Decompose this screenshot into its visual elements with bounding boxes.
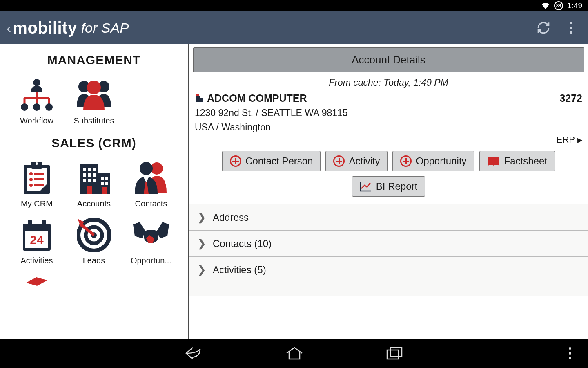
extra-row [8, 271, 180, 288]
calendar-icon: 24 [10, 217, 64, 254]
svg-rect-36 [101, 177, 104, 180]
sidebar-item-my-crm[interactable]: My CRM [8, 157, 65, 214]
management-grid: Workflow Substitutes [8, 74, 180, 131]
add-opportunity-button[interactable]: Opportunity [392, 151, 474, 171]
svg-rect-27 [83, 168, 86, 171]
add-contact-person-button[interactable]: Contact Person [222, 151, 321, 171]
account-id: 3272 [559, 92, 582, 104]
nav-home-icon[interactable] [285, 346, 304, 361]
sidebar-item-partial[interactable] [8, 271, 65, 288]
svg-rect-40 [87, 186, 92, 194]
svg-point-59 [569, 357, 571, 359]
svg-point-11 [45, 103, 53, 111]
svg-rect-41 [102, 187, 107, 194]
accordion: ❯ Address ❯ Contacts (10) ❯ Activities (… [189, 204, 588, 339]
accordion-item-address[interactable]: ❯ Address [189, 204, 588, 230]
app-title: mobility [13, 19, 77, 37]
refresh-icon[interactable] [533, 18, 554, 38]
svg-point-14 [87, 81, 101, 94]
svg-rect-32 [93, 173, 96, 177]
sidebar-item-contacts[interactable]: Contacts [122, 157, 180, 214]
sidebar-item-label: Opportun... [124, 256, 178, 265]
svg-point-57 [569, 347, 571, 350]
svg-rect-54 [196, 94, 199, 96]
building-icon [67, 160, 121, 197]
sidebar-item-substitutes[interactable]: Substitutes [65, 74, 122, 131]
erp-link[interactable]: ERP▶ [189, 133, 588, 145]
svg-rect-2 [570, 31, 572, 34]
accordion-item-contacts[interactable]: ❯ Contacts (10) [189, 230, 588, 256]
book-icon [10, 274, 64, 286]
android-nav-bar [0, 339, 588, 368]
app-subtitle: for SAP [81, 20, 129, 36]
battery-icon: 88 [554, 1, 563, 10]
svg-rect-29 [93, 168, 96, 171]
app-bar: ‹ mobility for SAP [0, 11, 588, 44]
svg-rect-52 [196, 96, 200, 102]
accordion-label: Contacts (10) [213, 238, 272, 249]
sidebar-item-label: My CRM [10, 199, 64, 209]
svg-point-10 [33, 103, 40, 111]
detail-header: Account Details [193, 47, 584, 72]
svg-point-18 [36, 162, 38, 165]
detail-pane: Account Details From cache: Today, 1:49 … [189, 44, 588, 339]
svg-point-21 [29, 178, 33, 181]
account-name: ADCOM COMPUTER [207, 92, 307, 104]
svg-rect-56 [390, 348, 402, 357]
nav-overflow-icon[interactable] [568, 346, 572, 360]
plus-icon [333, 155, 345, 167]
nav-recent-icon[interactable] [385, 346, 403, 361]
book-open-icon [487, 156, 500, 166]
clipboard-icon [10, 160, 64, 197]
workflow-icon [10, 77, 64, 114]
factsheet-button[interactable]: Factsheet [479, 151, 555, 171]
svg-rect-31 [88, 173, 91, 177]
accordion-item-partial[interactable] [189, 283, 588, 296]
plus-icon [230, 155, 241, 167]
building-small-icon [195, 94, 204, 103]
sales-crm-grid: My CRM [8, 157, 180, 271]
action-buttons: Contact Person Activity Opportunity Fact… [189, 145, 588, 204]
overflow-menu-icon[interactable] [561, 18, 581, 38]
svg-text:24: 24 [30, 233, 44, 247]
svg-rect-30 [83, 173, 86, 177]
add-activity-button[interactable]: Activity [325, 151, 388, 171]
accordion-label: Activities (5) [213, 264, 266, 276]
sidebar-item-leads[interactable]: Leads [65, 214, 122, 271]
svg-point-58 [569, 352, 571, 355]
sidebar-item-accounts[interactable]: Accounts [65, 157, 122, 214]
sidebar-item-activities[interactable]: 24 Activities [8, 214, 65, 271]
section-title-sales-crm: SALES (CRM) [8, 136, 180, 150]
back-icon[interactable]: ‹ [7, 20, 11, 36]
sidebar-item-label: Substitutes [67, 116, 121, 126]
content-area: MANAGEMENT [0, 44, 588, 339]
sidebar-item-workflow[interactable]: Workflow [8, 74, 65, 131]
handshake-icon [124, 217, 178, 254]
svg-rect-1 [570, 27, 572, 29]
svg-rect-38 [101, 182, 104, 185]
target-icon [67, 217, 121, 254]
people-icon [124, 160, 178, 197]
account-address-line2: USA / Washington [189, 119, 588, 133]
nav-back-icon[interactable] [185, 345, 203, 361]
sidebar-item-label: Workflow [10, 116, 64, 126]
chevron-right-icon: ❯ [197, 263, 206, 276]
svg-rect-39 [105, 182, 108, 185]
sidebar-item-label: Accounts [67, 199, 121, 209]
accordion-label: Address [213, 212, 249, 223]
svg-rect-0 [570, 22, 572, 24]
svg-point-19 [29, 172, 33, 175]
sidebar-item-opportunities[interactable]: Opportun... [122, 214, 180, 271]
chevron-right-icon: ❯ [197, 237, 206, 250]
svg-rect-28 [88, 168, 91, 171]
accordion-item-activities[interactable]: ❯ Activities (5) [189, 256, 588, 283]
svg-rect-35 [93, 179, 96, 182]
svg-point-23 [29, 184, 33, 187]
cache-info: From cache: Today, 1:49 PM [189, 77, 588, 88]
svg-point-3 [33, 79, 40, 86]
bi-report-button[interactable]: BI Report [352, 176, 425, 197]
clock: 1:49 [567, 1, 582, 10]
svg-point-43 [140, 162, 153, 175]
wifi-icon [541, 2, 550, 9]
svg-rect-46 [28, 220, 32, 228]
